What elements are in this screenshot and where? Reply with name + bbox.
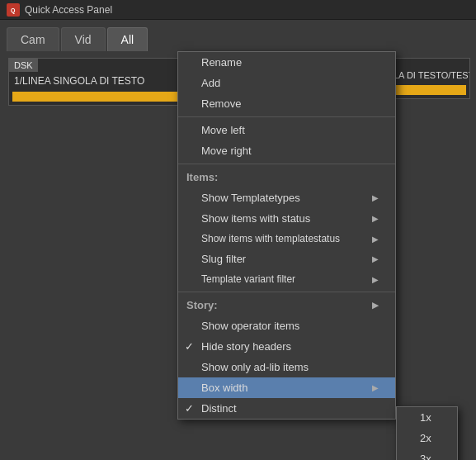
right-card: LA DI TESTO/TEST bbox=[388, 58, 470, 99]
tab-cam[interactable]: Cam bbox=[7, 27, 59, 51]
check-icon: ✓ bbox=[185, 402, 194, 415]
dsk-title: 1/LINEA SINGOLA DI TESTO bbox=[9, 72, 181, 90]
menu-move-right[interactable]: Move right bbox=[178, 140, 395, 161]
arrow-icon: ▶ bbox=[372, 383, 379, 392]
tab-all[interactable]: All bbox=[107, 27, 148, 51]
menu-box-width[interactable]: Box width ▶ bbox=[178, 377, 395, 398]
tab-bar: Cam Vid All bbox=[0, 20, 476, 51]
menu-add[interactable]: Add bbox=[178, 73, 395, 93]
dsk-progress-bar bbox=[12, 92, 177, 102]
menu-hide-story-headers[interactable]: ✓ Hide story headers bbox=[178, 336, 395, 357]
dsk-label: DSK bbox=[9, 59, 38, 72]
right-card-title: LA DI TESTO/TEST bbox=[390, 59, 469, 83]
menu-template-variant-filter[interactable]: Template variant filter ▶ bbox=[178, 269, 395, 289]
svg-text:Q: Q bbox=[11, 7, 16, 14]
app-icon: Q bbox=[7, 3, 20, 17]
arrow-icon: ▶ bbox=[372, 301, 379, 310]
menu-story-header: Story: ▶ bbox=[178, 295, 395, 315]
arrow-icon: ▶ bbox=[372, 193, 379, 202]
box-width-submenu: 1x 2x 3x ✓ 4x bbox=[396, 406, 458, 460]
arrow-icon: ▶ bbox=[372, 214, 379, 223]
main-area: DSK 1/LINEA SINGOLA DI TESTO LA DI TESTO… bbox=[0, 51, 476, 460]
arrow-icon: ▶ bbox=[372, 235, 379, 244]
context-menu: Rename Add Remove Move left Move right I… bbox=[177, 51, 396, 420]
menu-show-items-status[interactable]: Show items with status ▶ bbox=[178, 208, 395, 229]
arrow-icon: ▶ bbox=[372, 275, 379, 284]
tab-vid[interactable]: Vid bbox=[61, 27, 106, 51]
menu-show-templatetypes[interactable]: Show Templatetypes ▶ bbox=[178, 187, 395, 208]
submenu-2x[interactable]: 2x bbox=[397, 428, 457, 448]
menu-items-header: Items: bbox=[178, 167, 395, 187]
menu-show-only-adlib[interactable]: Show only ad-lib items bbox=[178, 357, 395, 377]
menu-show-items-templatestatus[interactable]: Show items with templatestatus ▶ bbox=[178, 229, 395, 249]
menu-divider-2 bbox=[178, 164, 395, 164]
check-icon: ✓ bbox=[185, 340, 194, 353]
menu-remove[interactable]: Remove bbox=[178, 93, 395, 114]
title-bar-text: Quick Access Panel bbox=[25, 4, 112, 16]
menu-rename[interactable]: Rename bbox=[178, 52, 395, 73]
right-card-bar bbox=[394, 85, 466, 95]
menu-move-left[interactable]: Move left bbox=[178, 120, 395, 140]
submenu-1x[interactable]: 1x bbox=[397, 407, 457, 428]
title-bar: Q Quick Access Panel bbox=[0, 0, 476, 20]
menu-divider-1 bbox=[178, 116, 395, 117]
menu-show-operator-items[interactable]: Show operator items bbox=[178, 315, 395, 336]
menu-divider-3 bbox=[178, 292, 395, 292]
menu-distinct[interactable]: ✓ Distinct bbox=[178, 398, 395, 419]
submenu-3x[interactable]: 3x bbox=[397, 448, 457, 460]
menu-slug-filter[interactable]: Slug filter ▶ bbox=[178, 249, 395, 269]
dsk-card: DSK 1/LINEA SINGOLA DI TESTO bbox=[8, 58, 181, 106]
arrow-icon: ▶ bbox=[372, 254, 379, 263]
